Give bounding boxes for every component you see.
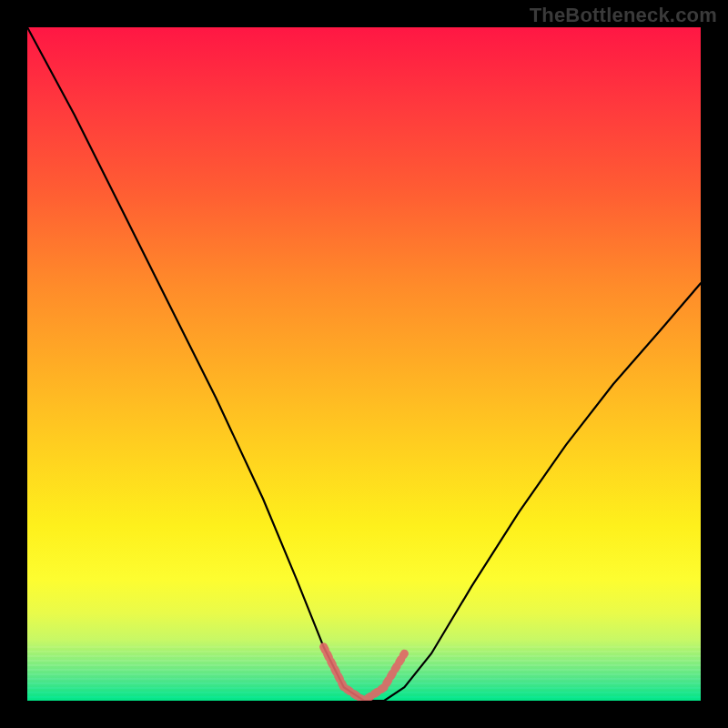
plot-area (27, 27, 701, 701)
bottleneck-curve-path (27, 27, 701, 701)
chart-frame: TheBottleneck.com (0, 0, 728, 728)
curve-svg (27, 27, 701, 701)
trough-highlight-path (324, 647, 405, 701)
watermark-text: TheBottleneck.com (530, 4, 717, 27)
